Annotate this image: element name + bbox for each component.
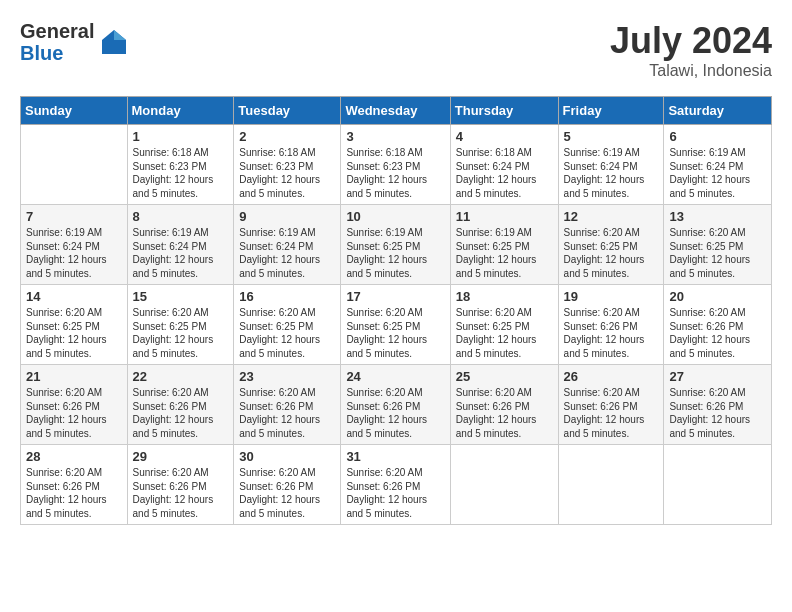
day-number: 5 [564, 129, 659, 144]
day-number: 11 [456, 209, 553, 224]
logo: General Blue [20, 20, 130, 64]
day-number: 8 [133, 209, 229, 224]
title-block: July 2024 Talawi, Indonesia [610, 20, 772, 80]
calendar-cell: 2Sunrise: 6:18 AMSunset: 6:23 PMDaylight… [234, 125, 341, 205]
calendar-cell: 16Sunrise: 6:20 AMSunset: 6:25 PMDayligh… [234, 285, 341, 365]
day-info: Sunrise: 6:18 AMSunset: 6:23 PMDaylight:… [239, 146, 335, 200]
day-info: Sunrise: 6:20 AMSunset: 6:25 PMDaylight:… [669, 226, 766, 280]
col-monday: Monday [127, 97, 234, 125]
day-number: 18 [456, 289, 553, 304]
day-info: Sunrise: 6:20 AMSunset: 6:26 PMDaylight:… [669, 386, 766, 440]
day-info: Sunrise: 6:20 AMSunset: 6:25 PMDaylight:… [346, 306, 444, 360]
calendar-cell: 30Sunrise: 6:20 AMSunset: 6:26 PMDayligh… [234, 445, 341, 525]
day-number: 20 [669, 289, 766, 304]
day-info: Sunrise: 6:19 AMSunset: 6:24 PMDaylight:… [26, 226, 122, 280]
header-row: Sunday Monday Tuesday Wednesday Thursday… [21, 97, 772, 125]
calendar-cell [558, 445, 664, 525]
day-number: 3 [346, 129, 444, 144]
day-number: 19 [564, 289, 659, 304]
calendar-cell: 11Sunrise: 6:19 AMSunset: 6:25 PMDayligh… [450, 205, 558, 285]
day-info: Sunrise: 6:19 AMSunset: 6:25 PMDaylight:… [456, 226, 553, 280]
week-row-4: 21Sunrise: 6:20 AMSunset: 6:26 PMDayligh… [21, 365, 772, 445]
day-info: Sunrise: 6:19 AMSunset: 6:24 PMDaylight:… [239, 226, 335, 280]
day-number: 31 [346, 449, 444, 464]
logo-general: General [20, 20, 94, 42]
calendar-cell: 21Sunrise: 6:20 AMSunset: 6:26 PMDayligh… [21, 365, 128, 445]
calendar-cell: 19Sunrise: 6:20 AMSunset: 6:26 PMDayligh… [558, 285, 664, 365]
calendar-cell: 6Sunrise: 6:19 AMSunset: 6:24 PMDaylight… [664, 125, 772, 205]
day-info: Sunrise: 6:20 AMSunset: 6:25 PMDaylight:… [564, 226, 659, 280]
day-info: Sunrise: 6:20 AMSunset: 6:26 PMDaylight:… [564, 306, 659, 360]
day-info: Sunrise: 6:18 AMSunset: 6:23 PMDaylight:… [346, 146, 444, 200]
calendar-cell: 10Sunrise: 6:19 AMSunset: 6:25 PMDayligh… [341, 205, 450, 285]
day-number: 30 [239, 449, 335, 464]
logo-blue: Blue [20, 42, 94, 64]
calendar-cell: 1Sunrise: 6:18 AMSunset: 6:23 PMDaylight… [127, 125, 234, 205]
calendar-cell: 7Sunrise: 6:19 AMSunset: 6:24 PMDaylight… [21, 205, 128, 285]
calendar-cell: 17Sunrise: 6:20 AMSunset: 6:25 PMDayligh… [341, 285, 450, 365]
day-number: 29 [133, 449, 229, 464]
day-number: 26 [564, 369, 659, 384]
day-number: 15 [133, 289, 229, 304]
calendar-cell: 3Sunrise: 6:18 AMSunset: 6:23 PMDaylight… [341, 125, 450, 205]
calendar-cell: 24Sunrise: 6:20 AMSunset: 6:26 PMDayligh… [341, 365, 450, 445]
day-info: Sunrise: 6:20 AMSunset: 6:26 PMDaylight:… [133, 466, 229, 520]
day-info: Sunrise: 6:20 AMSunset: 6:25 PMDaylight:… [26, 306, 122, 360]
day-info: Sunrise: 6:20 AMSunset: 6:26 PMDaylight:… [346, 466, 444, 520]
day-info: Sunrise: 6:20 AMSunset: 6:25 PMDaylight:… [239, 306, 335, 360]
day-number: 16 [239, 289, 335, 304]
day-info: Sunrise: 6:20 AMSunset: 6:26 PMDaylight:… [669, 306, 766, 360]
day-info: Sunrise: 6:20 AMSunset: 6:26 PMDaylight:… [26, 466, 122, 520]
calendar-cell: 18Sunrise: 6:20 AMSunset: 6:25 PMDayligh… [450, 285, 558, 365]
day-number: 27 [669, 369, 766, 384]
col-saturday: Saturday [664, 97, 772, 125]
calendar-cell: 13Sunrise: 6:20 AMSunset: 6:25 PMDayligh… [664, 205, 772, 285]
calendar-cell: 5Sunrise: 6:19 AMSunset: 6:24 PMDaylight… [558, 125, 664, 205]
calendar-cell: 4Sunrise: 6:18 AMSunset: 6:24 PMDaylight… [450, 125, 558, 205]
calendar-cell: 29Sunrise: 6:20 AMSunset: 6:26 PMDayligh… [127, 445, 234, 525]
logo-icon [98, 26, 130, 58]
week-row-3: 14Sunrise: 6:20 AMSunset: 6:25 PMDayligh… [21, 285, 772, 365]
day-number: 10 [346, 209, 444, 224]
day-info: Sunrise: 6:20 AMSunset: 6:26 PMDaylight:… [564, 386, 659, 440]
day-info: Sunrise: 6:19 AMSunset: 6:24 PMDaylight:… [564, 146, 659, 200]
calendar-cell: 15Sunrise: 6:20 AMSunset: 6:25 PMDayligh… [127, 285, 234, 365]
week-row-5: 28Sunrise: 6:20 AMSunset: 6:26 PMDayligh… [21, 445, 772, 525]
day-number: 2 [239, 129, 335, 144]
calendar-cell [664, 445, 772, 525]
calendar-cell [450, 445, 558, 525]
month-year: July 2024 [610, 20, 772, 62]
day-number: 24 [346, 369, 444, 384]
calendar-cell: 9Sunrise: 6:19 AMSunset: 6:24 PMDaylight… [234, 205, 341, 285]
calendar-cell: 20Sunrise: 6:20 AMSunset: 6:26 PMDayligh… [664, 285, 772, 365]
col-sunday: Sunday [21, 97, 128, 125]
calendar-cell: 22Sunrise: 6:20 AMSunset: 6:26 PMDayligh… [127, 365, 234, 445]
day-info: Sunrise: 6:20 AMSunset: 6:26 PMDaylight:… [346, 386, 444, 440]
day-number: 13 [669, 209, 766, 224]
day-info: Sunrise: 6:20 AMSunset: 6:26 PMDaylight:… [239, 466, 335, 520]
day-info: Sunrise: 6:20 AMSunset: 6:26 PMDaylight:… [133, 386, 229, 440]
calendar-cell [21, 125, 128, 205]
location: Talawi, Indonesia [610, 62, 772, 80]
day-number: 6 [669, 129, 766, 144]
calendar-cell: 28Sunrise: 6:20 AMSunset: 6:26 PMDayligh… [21, 445, 128, 525]
svg-marker-1 [114, 30, 126, 40]
day-number: 12 [564, 209, 659, 224]
day-number: 23 [239, 369, 335, 384]
day-info: Sunrise: 6:20 AMSunset: 6:26 PMDaylight:… [26, 386, 122, 440]
day-info: Sunrise: 6:19 AMSunset: 6:24 PMDaylight:… [133, 226, 229, 280]
calendar-table: Sunday Monday Tuesday Wednesday Thursday… [20, 96, 772, 525]
calendar-cell: 27Sunrise: 6:20 AMSunset: 6:26 PMDayligh… [664, 365, 772, 445]
col-wednesday: Wednesday [341, 97, 450, 125]
col-thursday: Thursday [450, 97, 558, 125]
day-number: 17 [346, 289, 444, 304]
calendar-cell: 8Sunrise: 6:19 AMSunset: 6:24 PMDaylight… [127, 205, 234, 285]
page-header: General Blue July 2024 Talawi, Indonesia [20, 20, 772, 80]
col-tuesday: Tuesday [234, 97, 341, 125]
day-number: 4 [456, 129, 553, 144]
day-info: Sunrise: 6:20 AMSunset: 6:26 PMDaylight:… [456, 386, 553, 440]
day-number: 7 [26, 209, 122, 224]
col-friday: Friday [558, 97, 664, 125]
calendar-cell: 25Sunrise: 6:20 AMSunset: 6:26 PMDayligh… [450, 365, 558, 445]
week-row-1: 1Sunrise: 6:18 AMSunset: 6:23 PMDaylight… [21, 125, 772, 205]
